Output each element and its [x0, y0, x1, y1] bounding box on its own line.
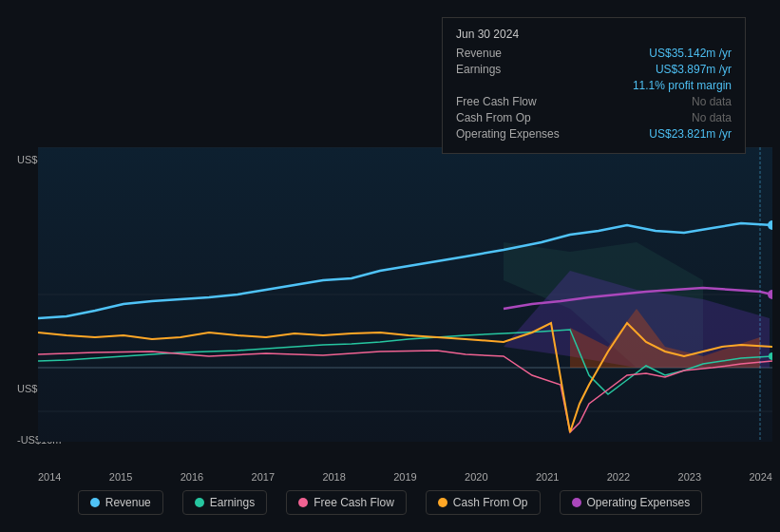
legend-dot-earnings [195, 498, 204, 507]
legend-label-earnings: Earnings [210, 496, 255, 509]
x-label-2024: 2024 [749, 471, 771, 483]
legend-label-opex: Operating Expenses [587, 496, 691, 509]
x-label-2021: 2021 [536, 471, 559, 483]
chart-svg [38, 147, 772, 442]
legend: Revenue Earnings Free Cash Flow Cash Fro… [0, 483, 780, 522]
x-label-2018: 2018 [322, 471, 345, 483]
tooltip-value-earnings: US$3.897m /yr [656, 63, 732, 76]
x-label-2023: 2023 [678, 471, 701, 483]
x-label-2020: 2020 [465, 471, 487, 483]
legend-item-cfo[interactable]: Cash From Op [426, 490, 541, 515]
x-label-2015: 2015 [109, 471, 132, 483]
tooltip-value-fcf: No data [692, 95, 732, 108]
x-label-2022: 2022 [607, 471, 630, 483]
legend-dot-fcf [298, 498, 308, 507]
legend-dot-opex [572, 498, 581, 507]
legend-item-fcf[interactable]: Free Cash Flow [286, 490, 407, 515]
tooltip-label-earnings: Earnings [456, 63, 580, 76]
x-label-2019: 2019 [393, 471, 416, 483]
chart-container: Jun 30 2024 Revenue US$35.142m /yr Earni… [0, 0, 780, 532]
tooltip-value-cfo: No data [692, 111, 732, 124]
x-label-2017: 2017 [252, 471, 275, 483]
x-axis: 2014 2015 2016 2017 2018 2019 2020 2021 … [38, 471, 772, 483]
tooltip-value-profit: 11.1% profit margin [633, 79, 732, 92]
tooltip-label-cfo: Cash From Op [456, 111, 580, 124]
legend-label-cfo: Cash From Op [453, 496, 528, 509]
tooltip-row-fcf: Free Cash Flow No data [456, 95, 732, 108]
x-label-2014: 2014 [38, 471, 61, 483]
legend-item-opex[interactable]: Operating Expenses [560, 490, 703, 515]
x-label-2016: 2016 [181, 471, 203, 483]
legend-item-earnings[interactable]: Earnings [182, 490, 267, 515]
legend-label-fcf: Free Cash Flow [314, 496, 394, 509]
legend-item-revenue[interactable]: Revenue [78, 490, 163, 515]
tooltip-row-opex: Operating Expenses US$23.821m /yr [456, 127, 732, 141]
tooltip-box: Jun 30 2024 Revenue US$35.142m /yr Earni… [442, 17, 746, 154]
legend-dot-cfo [438, 498, 447, 507]
tooltip-row-profit: 11.1% profit margin [456, 79, 732, 92]
tooltip-label-opex: Operating Expenses [456, 127, 580, 141]
tooltip-row-earnings: Earnings US$3.897m /yr [456, 63, 732, 76]
tooltip-row-cfo: Cash From Op No data [456, 111, 732, 124]
tooltip-value-revenue: US$35.142m /yr [649, 47, 732, 60]
legend-dot-revenue [90, 498, 100, 507]
tooltip-label-revenue: Revenue [456, 47, 580, 60]
tooltip-date: Jun 30 2024 [456, 28, 732, 41]
tooltip-label-fcf: Free Cash Flow [456, 95, 580, 108]
tooltip-value-opex: US$23.821m /yr [649, 127, 732, 141]
legend-label-revenue: Revenue [105, 496, 151, 509]
tooltip-row-revenue: Revenue US$35.142m /yr [456, 47, 732, 60]
